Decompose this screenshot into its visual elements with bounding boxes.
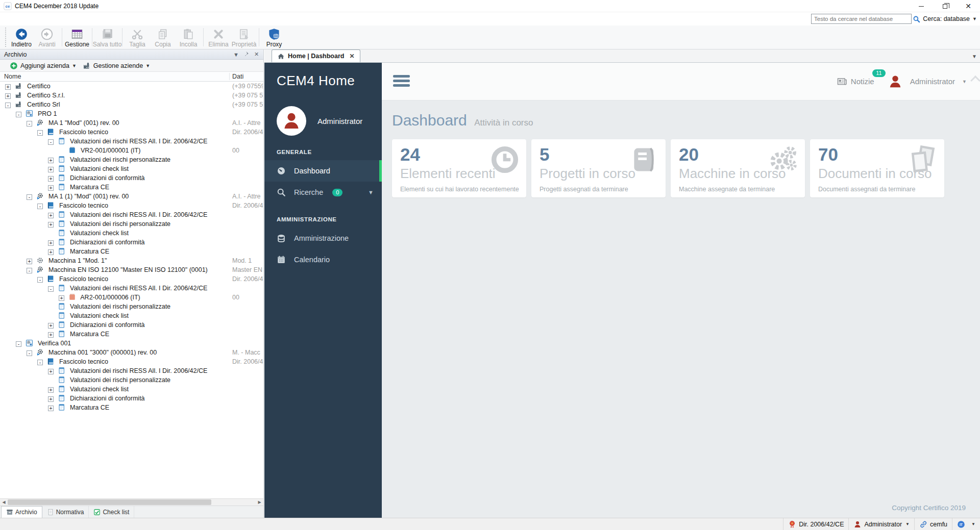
tree-expander[interactable]: - [16, 112, 21, 117]
tree-row[interactable]: + Marcatura CE [0, 403, 263, 412]
tree-row[interactable]: Valutazioni check list [0, 229, 263, 238]
tree-row[interactable]: - Valutazioni dei rischi RESS All. I Dir… [0, 137, 263, 146]
chevron-down-icon[interactable]: ▼ [145, 63, 150, 68]
tree-row[interactable]: - Macchina EN ISO 12100 "Master EN ISO 1… [0, 265, 263, 274]
tree-row[interactable]: - Fascicolo tecnico Dir. 2006/4 [0, 128, 263, 137]
search-database-button[interactable]: Cerca: database ▼ [913, 14, 977, 24]
column-dati[interactable]: Dati [229, 73, 243, 80]
maximize-button[interactable] [933, 0, 957, 12]
toolbar-button[interactable]: Avanti [34, 26, 60, 49]
toolbar-button[interactable]: Taglia [125, 26, 150, 49]
tree-expander[interactable] [48, 230, 54, 236]
tree-row[interactable]: + Marcatura CE [0, 247, 263, 256]
tree-expander[interactable]: + [48, 176, 54, 182]
toolbar-button[interactable]: Proxy [261, 26, 287, 49]
tab-close-icon[interactable]: ✕ [349, 53, 354, 60]
dashboard-card[interactable]: 5 Progetti in corso Progetti assegnati d… [531, 139, 666, 197]
tree-expander[interactable]: - [27, 350, 32, 356]
menu-item[interactable] [5, 17, 16, 21]
minimize-button[interactable] [910, 0, 933, 12]
panel-tab[interactable]: Check list [89, 506, 134, 518]
tree-row[interactable]: + Valutazioni dei rischi personalizzate [0, 219, 263, 229]
tree-row[interactable]: + Certifico S.r.l. (+39 075 5 [0, 91, 263, 100]
tree-row[interactable]: - Verifica 001 [0, 339, 263, 348]
tree-row[interactable]: - Fascicolo tecnico Dir. 2006/4 [0, 201, 263, 210]
sidebar-footer-icon[interactable] [306, 503, 314, 512]
tree-expander[interactable]: - [37, 360, 43, 365]
statusbar-item[interactable]: cemfu [914, 518, 952, 530]
tree-row[interactable]: + Certifico (+39 07559 [0, 82, 263, 91]
tree-expander[interactable] [59, 147, 64, 153]
tree-row[interactable]: + Valutazioni dei rischi personalizzate [0, 155, 263, 164]
tree-expander[interactable]: - [48, 139, 54, 145]
tree-expander[interactable]: - [37, 130, 43, 136]
collapse-chevron-icon[interactable] [970, 75, 980, 86]
dashboard-card[interactable]: 24 Elementi recenti Elementi su cui hai … [392, 139, 526, 197]
panel-menu-chevron-icon[interactable]: ▼ [232, 51, 240, 58]
sidebar-item[interactable]: Dashboard [264, 160, 382, 182]
statusbar-item[interactable]: Dir. 2006/42/CE [783, 518, 848, 530]
menu-item[interactable] [28, 17, 39, 21]
panel-action-button[interactable]: Gestione aziende ▼ [80, 60, 153, 71]
scroll-left-icon[interactable]: ◀ [0, 500, 8, 504]
toolbar-button[interactable]: Salva tutto [94, 26, 120, 49]
tree-expander[interactable]: - [48, 286, 54, 292]
statusbar-item[interactable]: Administrator ▼ [848, 518, 914, 530]
scrollbar-track[interactable] [8, 499, 256, 506]
dashboard-card[interactable]: 70 Documenti in corso Documenti assegnat… [810, 139, 944, 197]
scrollbar-thumb[interactable] [8, 499, 211, 505]
tree-row[interactable]: - MA 1 "Mod" (001) rev. 00 A.I. - Attre [0, 118, 263, 128]
chevron-down-icon[interactable]: ▼ [368, 189, 374, 195]
tree-expander[interactable]: + [48, 167, 54, 172]
scroll-right-icon[interactable]: ▶ [256, 500, 263, 504]
tree-row[interactable]: - Valutazioni dei rischi RESS All. I Dir… [0, 284, 263, 293]
tab-home-dashboard[interactable]: Home | Dashboard ✕ [272, 49, 360, 62]
tree-row[interactable]: + Valutazioni check list [0, 385, 263, 394]
horizontal-scrollbar[interactable]: ◀ ▶ [0, 498, 263, 506]
tree-row[interactable]: Valutazioni dei rischi personalizzate [0, 302, 263, 311]
tree-expander[interactable]: + [48, 332, 54, 338]
toolbar-button[interactable]: Proprietà [231, 26, 257, 49]
tree-expander[interactable]: - [27, 194, 32, 200]
tree-expander[interactable]: + [5, 93, 11, 99]
tree-expander[interactable]: + [27, 259, 32, 264]
sidebar-footer-icon[interactable] [357, 503, 366, 512]
tree-expander[interactable]: - [16, 341, 21, 347]
tree-row[interactable]: - PRO 1 [0, 109, 263, 118]
tree-expander[interactable]: - [27, 268, 32, 273]
search-input[interactable] [811, 14, 912, 24]
pin-icon[interactable] [243, 51, 250, 58]
menu-item[interactable] [39, 17, 50, 21]
tree-row[interactable]: - Fascicolo tecnico Dir. 2006/4 [0, 274, 263, 284]
tree-expander[interactable]: + [48, 406, 54, 411]
toolbar-button[interactable]: Elimina [206, 26, 231, 49]
tree-expander[interactable]: + [48, 387, 54, 393]
tree-expander[interactable]: + [48, 213, 54, 218]
tree-expander[interactable] [48, 313, 54, 318]
tree-row[interactable]: + Dichiarazioni di conformità [0, 173, 263, 183]
tree-row[interactable]: + Marcatura CE [0, 183, 263, 192]
tree-expander[interactable]: - [27, 121, 32, 127]
statusbar-item[interactable]: IT ▼ [952, 518, 980, 530]
tree-row[interactable]: + Dichiarazioni di conformità [0, 394, 263, 403]
sidebar-footer-icon[interactable] [332, 503, 340, 512]
tree-row[interactable]: + Valutazioni dei rischi RESS All. I Dir… [0, 210, 263, 219]
tree-row[interactable]: + Macchina 1 "Mod. 1" Mod. 1 [0, 256, 263, 265]
tree-row[interactable]: - Certifico Srl (+39 075 5 [0, 100, 263, 109]
tree-expander[interactable]: - [37, 204, 43, 209]
hamburger-menu-icon[interactable] [393, 75, 410, 89]
sidebar-item[interactable]: Calendario [264, 249, 382, 270]
tree-row[interactable]: + Dichiarazioni di conformità [0, 320, 263, 330]
user-menu[interactable]: Administrator ▼ [888, 74, 967, 89]
tree-expander[interactable]: + [48, 158, 54, 163]
toolbar-button[interactable]: Indietro [9, 26, 34, 49]
tree-row[interactable]: - Fascicolo tecnico Dir. 2006/4 [0, 357, 263, 366]
sidebar-footer-icon[interactable] [280, 503, 289, 512]
panel-close-icon[interactable]: ✕ [253, 51, 260, 58]
tree-expander[interactable]: + [48, 396, 54, 402]
tree-expander[interactable]: + [5, 84, 11, 90]
panel-tab[interactable]: Archivio [1, 506, 42, 518]
tree-expander[interactable]: + [48, 222, 54, 228]
tree-row[interactable]: + Valutazioni check list [0, 164, 263, 173]
tree-expander[interactable]: + [48, 323, 54, 329]
